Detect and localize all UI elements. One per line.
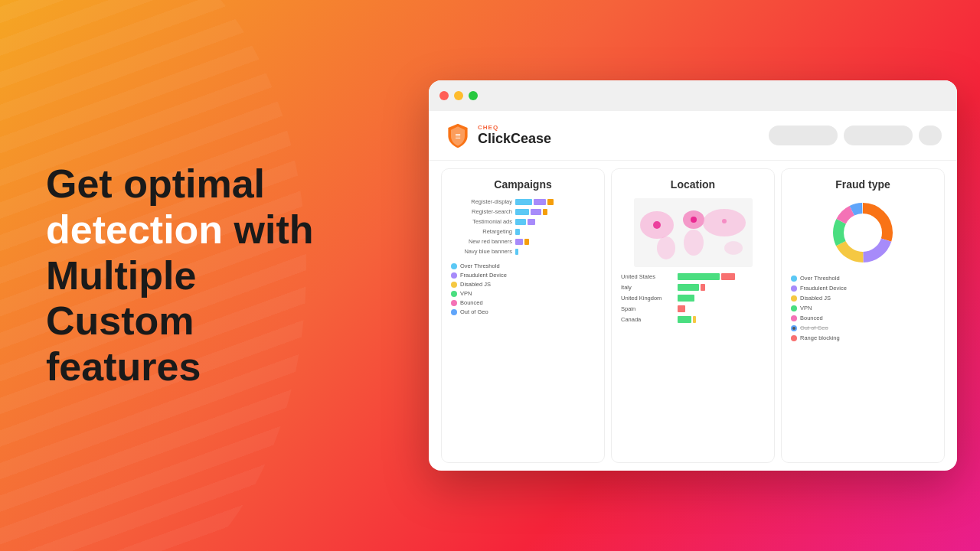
campaign-row: Register-search (451, 208, 595, 215)
cheq-label: CHEQ (478, 124, 551, 131)
traffic-light-red (439, 91, 449, 100)
legend-dot (791, 305, 797, 311)
bar-seg (721, 273, 735, 280)
fraud-legend-label-strikethrough: Out of Geo (800, 324, 828, 331)
campaigns-title: Campaigns (451, 178, 595, 191)
svg-point-8 (653, 221, 661, 229)
bar-seg (678, 273, 720, 280)
location-label: Italy (621, 284, 675, 291)
campaign-label: Register-display (451, 198, 512, 205)
fraud-legend-item: Disabled JS (791, 295, 935, 302)
fraud-legend-item: VPN (791, 305, 935, 311)
location-title: Location (621, 178, 765, 191)
campaign-label: Register-search (451, 208, 512, 215)
traffic-light-yellow (454, 91, 463, 100)
headline-detection: detection (46, 207, 223, 251)
location-row: United States (621, 273, 765, 280)
header-pill-sm (919, 126, 942, 145)
bar-seg (693, 316, 696, 323)
header-pill-1 (769, 126, 838, 145)
legend-dot (791, 285, 797, 292)
svg-point-7 (724, 241, 743, 255)
bar-seg (515, 219, 526, 225)
headline-line1: Get optimal (46, 161, 265, 206)
location-card: Location (611, 168, 775, 463)
legend-item: Out of Geo (451, 308, 595, 315)
app-header: ≡ CHEQ ClickCease (429, 111, 957, 161)
legend-dot (791, 315, 797, 321)
fraud-legend-label: Over Threshold (800, 275, 840, 282)
donut-svg (828, 198, 897, 267)
svg-point-17 (844, 214, 881, 251)
brand-name: ClickCease (478, 131, 551, 147)
campaign-bars: Register-display Register-search (451, 198, 595, 255)
bar-seg (531, 209, 541, 215)
legend-dot (791, 335, 797, 341)
svg-text:≡: ≡ (455, 131, 460, 142)
location-row: United Kingdom (621, 295, 765, 302)
campaign-row: Register-display (451, 198, 595, 205)
bar-seg (515, 239, 523, 245)
browser-titlebar (429, 80, 957, 111)
fraud-legend-item: Over Threshold (791, 275, 935, 282)
legend-item: Over Threshold (451, 262, 595, 269)
browser-content: ≡ CHEQ ClickCease Campaigns Regist (429, 111, 957, 471)
legend-dot (451, 272, 457, 279)
campaign-legend: Over Threshold Fraudulent Device Disable… (451, 262, 595, 315)
fraud-legend-item: Bounced (791, 315, 935, 321)
svg-point-10 (722, 219, 727, 223)
shield-icon: ≡ (444, 122, 472, 149)
svg-point-3 (657, 236, 675, 259)
svg-point-9 (691, 217, 697, 223)
legend-dot (451, 263, 457, 269)
location-label: Canada (621, 316, 675, 323)
fraud-legend-label: Disabled JS (800, 295, 831, 302)
bar-seg (515, 199, 532, 205)
bar-seg (678, 295, 694, 302)
fraud-legend-label: Range blocking (800, 334, 840, 341)
campaign-label: New red banners (451, 238, 512, 245)
headline-line3: Multiple Custom (46, 253, 196, 343)
campaign-row: Testimonial ads (451, 218, 595, 225)
bar-seg (528, 219, 535, 225)
fraud-legend-label: VPN (800, 305, 812, 311)
header-pills (769, 126, 942, 145)
legend-item: Fraudulent Device (451, 272, 595, 279)
bar-seg (534, 199, 546, 205)
legend-label: Over Threshold (460, 262, 500, 269)
fraud-legend-item: Range blocking (791, 334, 935, 341)
donut-chart (791, 198, 935, 267)
browser-window: ≡ CHEQ ClickCease Campaigns Regist (429, 80, 957, 471)
legend-dot (791, 276, 797, 282)
fraud-legend-item: Out of Geo (791, 324, 935, 331)
legend-item: Bounced (451, 299, 595, 306)
fraud-type-card: Fraud type (781, 168, 945, 463)
bar-seg (678, 284, 699, 291)
location-label: United Kingdom (621, 295, 675, 302)
campaign-label: Navy blue banners (451, 248, 512, 255)
world-map (621, 198, 765, 267)
headline-line4: features (46, 344, 201, 389)
campaign-label: Retargeting (451, 228, 512, 235)
bar-seg (701, 284, 705, 291)
headline-with: with (223, 207, 313, 251)
legend-item: Disabled JS (451, 281, 595, 288)
bar-seg (678, 316, 691, 323)
bar-seg (543, 209, 547, 215)
bar-seg (524, 239, 529, 245)
campaign-row: Navy blue banners (451, 248, 595, 255)
bar-seg (515, 249, 518, 255)
svg-point-5 (684, 230, 704, 256)
campaign-row: New red banners (451, 238, 595, 245)
location-label: Spain (621, 305, 675, 312)
campaign-label: Testimonial ads (451, 218, 512, 225)
fraud-title: Fraud type (791, 178, 935, 191)
fraud-legend-label: Fraudulent Device (800, 285, 847, 292)
bar-seg (515, 229, 520, 235)
legend-item: VPN (451, 290, 595, 297)
location-bars: United States Italy (621, 273, 765, 323)
bar-seg (515, 209, 529, 215)
logo-text: CHEQ ClickCease (478, 124, 551, 147)
legend-label: Fraudulent Device (460, 272, 507, 279)
header-pill-2 (844, 126, 913, 145)
